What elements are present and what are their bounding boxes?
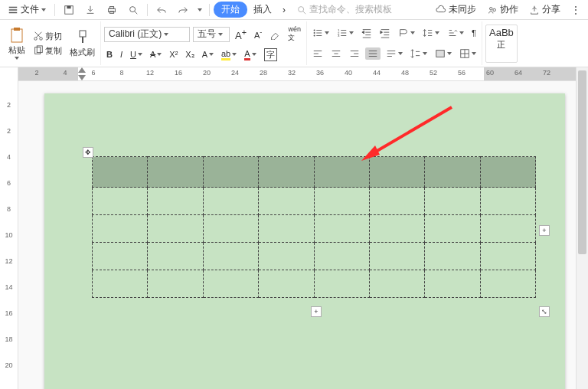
copy-button[interactable]: 复制 (31, 44, 64, 57)
document-table[interactable] (92, 156, 536, 298)
export-button[interactable] (80, 3, 100, 17)
shrink-font-icon: A- (254, 28, 262, 40)
tab-more[interactable]: › (278, 3, 290, 17)
cut-button[interactable]: 剪切 (31, 30, 64, 43)
table-add-col-handle[interactable]: + (539, 225, 550, 236)
highlight-button[interactable]: ab (219, 48, 239, 61)
menubar: 文件 开始 插入 › 查找命令、搜索模板 未同步 协作 分享 ⋮ (0, 0, 588, 20)
superscript-button[interactable]: X² (167, 49, 180, 60)
font-size-select[interactable]: 五号 (193, 27, 230, 42)
collab-icon (487, 5, 498, 15)
copy-icon (33, 45, 44, 56)
document-viewport[interactable]: ✥ + + ⤡ (18, 81, 576, 389)
caret-down-icon (423, 52, 427, 55)
grow-font-icon: A+ (235, 28, 247, 41)
hanging-indent-marker[interactable] (78, 75, 86, 80)
file-menu-label: 文件 (21, 3, 39, 16)
font-name-select[interactable]: Calibri (正文) (104, 27, 190, 42)
borders-button[interactable] (457, 47, 479, 60)
highlight-icon: ab (221, 49, 230, 60)
share-button[interactable]: 分享 (524, 2, 565, 18)
distribute-button[interactable] (384, 47, 405, 60)
command-search[interactable]: 查找命令、搜索模板 (292, 3, 397, 16)
sync-label: 未同步 (449, 3, 476, 16)
show-marks-button[interactable]: ¶ (469, 28, 479, 38)
page[interactable]: ✥ + + ⤡ (44, 93, 565, 389)
sort-button[interactable] (445, 27, 466, 39)
export-icon (85, 5, 96, 15)
more-button[interactable]: ⋮ (567, 3, 585, 17)
shading-button[interactable] (433, 47, 454, 60)
distribute-icon (386, 48, 397, 59)
indent-dec-button[interactable] (359, 27, 374, 39)
para-spacing-button[interactable] (408, 47, 430, 60)
collab-button[interactable]: 协作 (482, 2, 523, 18)
format-painter-label: 格式刷 (70, 47, 95, 58)
print-icon (106, 5, 117, 15)
horizontal-ruler[interactable]: 2468121620242832364044485256606472 (18, 67, 576, 81)
indent-inc-icon (380, 28, 390, 38)
svg-text:3: 3 (338, 34, 340, 38)
char-border-button[interactable]: 字 (262, 47, 279, 62)
scrollbar-thumb[interactable] (578, 70, 586, 254)
grow-font-button[interactable]: A+ (233, 27, 249, 42)
table-resize-handle[interactable]: ⤡ (539, 306, 550, 317)
svg-point-5 (130, 6, 136, 11)
align-center-button[interactable] (328, 47, 344, 60)
subscript-icon: X₂ (185, 50, 194, 60)
clear-format-button[interactable] (267, 28, 283, 41)
para-spacing-icon (410, 48, 421, 59)
caret-down-icon (349, 31, 354, 34)
line-spacing-button[interactable] (420, 27, 442, 39)
paste-button[interactable]: 粘贴 (6, 26, 28, 60)
caret-down-icon (252, 53, 256, 56)
change-case-button[interactable]: A (200, 49, 216, 60)
first-line-indent-marker[interactable] (78, 67, 86, 73)
align-left-button[interactable] (310, 47, 325, 60)
annotation-arrow (360, 104, 459, 165)
undo-button[interactable] (152, 3, 172, 17)
bullets-button[interactable] (310, 27, 332, 39)
phonetic-guide-button[interactable]: wén文 (286, 25, 303, 44)
italic-button[interactable]: I (118, 49, 125, 60)
align-right-icon (349, 48, 360, 59)
table-add-row-handle[interactable]: + (311, 306, 322, 317)
indent-dec-icon (361, 28, 372, 38)
preview-icon (128, 5, 139, 15)
vertical-scrollbar[interactable] (576, 67, 588, 389)
strike-button[interactable]: A (148, 49, 164, 60)
print-button[interactable] (102, 3, 122, 17)
tab-start[interactable]: 开始 (214, 2, 247, 18)
save-button[interactable] (59, 3, 79, 17)
hamburger-icon (8, 5, 18, 15)
redo-button[interactable] (173, 3, 193, 17)
font-color-button[interactable]: A (242, 48, 258, 61)
format-painter-button[interactable]: 格式刷 (67, 28, 97, 59)
preview-button[interactable] (123, 3, 143, 17)
caret-down-icon (325, 31, 329, 34)
table-move-handle[interactable]: ✥ (83, 147, 93, 158)
subscript-button[interactable]: X₂ (183, 49, 196, 60)
shrink-font-button[interactable]: A- (252, 28, 264, 41)
paste-icon (9, 27, 24, 44)
underline-button[interactable]: U (128, 49, 145, 60)
tab-insert[interactable]: 插入 (249, 2, 276, 18)
sync-button[interactable]: 未同步 (431, 2, 481, 18)
file-menu[interactable]: 文件 (3, 2, 51, 18)
bullets-icon (312, 28, 323, 38)
font-name-value: Calibri (正文) (109, 28, 162, 41)
align-justify-icon (368, 48, 378, 59)
text-direction-button[interactable] (396, 27, 417, 39)
case-icon: A (202, 50, 207, 59)
caret-down-icon (435, 31, 439, 34)
style-normal[interactable]: AaBb 正 (485, 25, 518, 63)
align-right-button[interactable] (347, 47, 362, 60)
vertical-ruler[interactable]: 2246810121416182022 (0, 67, 18, 389)
svg-rect-9 (11, 29, 22, 42)
indent-inc-button[interactable] (377, 27, 393, 39)
bold-button[interactable]: B (104, 49, 115, 60)
italic-icon: I (120, 50, 122, 59)
align-justify-button[interactable] (365, 47, 381, 60)
numbering-button[interactable]: 123 (335, 27, 356, 39)
caret-down-icon (410, 31, 415, 34)
